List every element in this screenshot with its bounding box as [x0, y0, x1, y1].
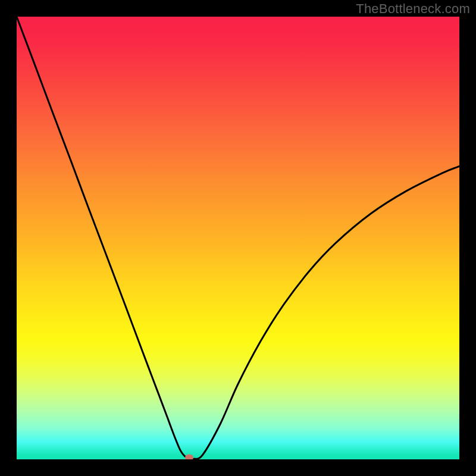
curve-svg [17, 17, 459, 459]
chart-frame: TheBottleneck.com [0, 0, 476, 476]
plot-area [17, 17, 459, 459]
watermark-text: TheBottleneck.com [356, 1, 470, 17]
bottleneck-curve [17, 17, 459, 459]
optimal-point-marker [185, 455, 193, 459]
